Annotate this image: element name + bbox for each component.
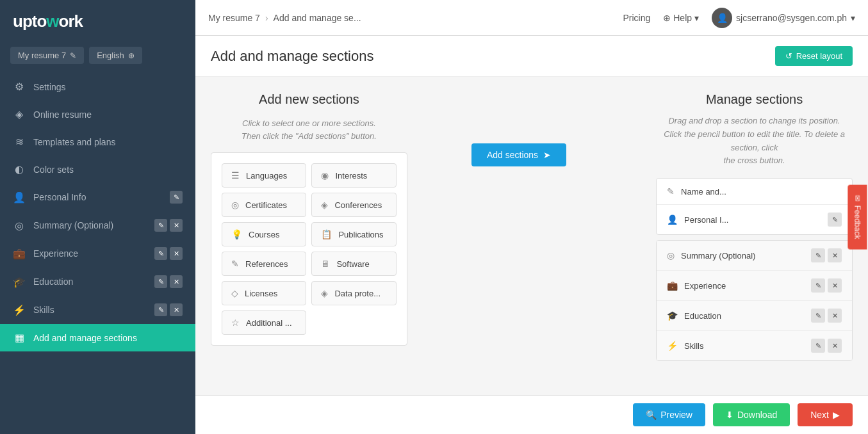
sidebar-item-color-sets[interactable]: ◐ Color sets (0, 156, 195, 183)
delete-section-button[interactable]: ✕ (170, 247, 183, 260)
add-sections-desc-line1: Click to select one or more sections. (242, 118, 376, 128)
sidebar-item-online-resume[interactable]: ◈ Online resume (0, 100, 195, 128)
user-avatar: 👤 (712, 8, 732, 28)
section-item-data-protection[interactable]: ◈ Data prote... (311, 281, 396, 305)
certificates-icon: ◎ (231, 200, 239, 210)
download-button[interactable]: ⬇ Download (713, 403, 790, 426)
delete-manage-button[interactable]: ✕ (828, 278, 842, 293)
sidebar-item-experience[interactable]: 💼 Experience ✎ ✕ (0, 239, 195, 268)
manage-item-label: Education (684, 311, 805, 321)
manage-item-experience: 💼 Experience ✎ ✕ (657, 271, 852, 301)
section-item-label: Certificates (245, 200, 287, 210)
bottom-bar: 🔍 Preview ⬇ Download Next ▶ (195, 395, 868, 434)
sidebar-item-label: Personal Info (33, 192, 162, 202)
name-personal-group: ✎ Name and... 👤 Personal I... ✎ (656, 178, 853, 235)
manage-item-summary: ◎ Summary (Optional) ✎ ✕ (657, 241, 852, 271)
online-resume-icon: ◈ (13, 108, 26, 120)
sidebar-item-summary[interactable]: ◎ Summary (Optional) ✎ ✕ (0, 211, 195, 239)
add-sections-button[interactable]: Add sections ➤ (471, 143, 566, 166)
conferences-icon: ◈ (321, 200, 328, 210)
manage-item-label: Personal I... (684, 215, 821, 225)
sidebar-item-label: Education (33, 277, 147, 287)
edit-manage-button[interactable]: ✎ (828, 213, 842, 227)
education-icon: 🎓 (13, 276, 26, 288)
languages-icon: ☰ (231, 170, 240, 181)
data-protection-icon: ◈ (321, 288, 328, 298)
edit-manage-button[interactable]: ✎ (811, 248, 825, 262)
preview-button[interactable]: 🔍 Preview (633, 403, 705, 426)
delete-manage-button[interactable]: ✕ (828, 309, 842, 323)
manage-item-actions: ✎ ✕ (811, 248, 842, 262)
delete-section-button[interactable]: ✕ (170, 219, 183, 232)
help-button[interactable]: ⊕ Help ▾ (663, 13, 699, 23)
nav-item-actions: ✎ ✕ (154, 247, 183, 260)
breadcrumb: My resume 7 › Add and manage se... (208, 13, 361, 23)
sections-grid-container: ☰ Languages ◉ Interests ◎ Certificates (211, 152, 407, 346)
section-item-conferences[interactable]: ◈ Conferences (311, 193, 396, 217)
delete-section-button[interactable]: ✕ (170, 275, 183, 288)
edit-manage-button[interactable]: ✎ (811, 278, 825, 293)
courses-icon: 💡 (231, 229, 242, 239)
section-item-certificates[interactable]: ◎ Certificates (222, 193, 306, 217)
section-item-label: Software (336, 259, 369, 269)
section-item-label: Conferences (334, 200, 382, 210)
reset-layout-label: Reset layout (796, 51, 842, 61)
section-item-software[interactable]: 🖥 Software (311, 252, 396, 276)
manage-sections-title: Manage sections (656, 92, 853, 107)
breadcrumb-resume[interactable]: My resume 7 (208, 13, 260, 23)
manage-item-actions: ✎ ✕ (811, 309, 842, 323)
section-item-label: Data prote... (334, 289, 381, 298)
delete-manage-button[interactable]: ✕ (828, 248, 842, 262)
edit-section-button[interactable]: ✎ (154, 303, 167, 316)
experience-manage-icon: 💼 (667, 280, 678, 291)
sidebar-item-templates[interactable]: ≋ Templates and plans (0, 128, 195, 156)
reset-layout-button[interactable]: ↺ Reset layout (775, 46, 853, 66)
edit-section-button[interactable]: ✎ (154, 275, 167, 288)
edit-section-button[interactable]: ✎ (154, 247, 167, 260)
help-label: Help (673, 13, 692, 23)
next-icon: ▶ (833, 410, 840, 420)
preview-icon: 🔍 (646, 410, 657, 420)
resume-selector-button[interactable]: My resume 7 ✎ (10, 47, 84, 64)
edit-icon: ✎ (70, 51, 76, 60)
sidebar-item-education[interactable]: 🎓 Education ✎ ✕ (0, 268, 195, 296)
manage-item-actions: ✎ ✕ (811, 278, 842, 293)
sidebar-item-personal-info[interactable]: 👤 Personal Info ✎ (0, 183, 195, 211)
language-selector-button[interactable]: English ⊕ (89, 47, 142, 64)
section-item-label: Interests (335, 171, 367, 181)
delete-manage-button[interactable]: ✕ (828, 339, 842, 353)
next-button[interactable]: Next ▶ (798, 403, 853, 426)
edit-section-button[interactable]: ✎ (170, 191, 183, 204)
name-icon: ✎ (667, 186, 675, 197)
section-item-courses[interactable]: 💡 Courses (222, 222, 306, 246)
sidebar-item-settings[interactable]: ⚙ Settings (0, 73, 195, 100)
edit-manage-button[interactable]: ✎ (811, 339, 825, 353)
nav-item-actions: ✎ ✕ (154, 275, 183, 288)
section-item-additional[interactable]: ☆ Additional ... (222, 310, 306, 335)
sections-grid: ☰ Languages ◉ Interests ◎ Certificates (222, 163, 397, 335)
settings-icon: ⚙ (13, 81, 26, 93)
skills-manage-icon: ⚡ (667, 341, 678, 351)
breadcrumb-current: Add and manage se... (274, 13, 361, 23)
edit-section-button[interactable]: ✎ (154, 219, 167, 232)
section-item-publications[interactable]: 📋 Publications (311, 222, 396, 246)
add-sections-desc-line2: Then click the "Add sections" button. (242, 131, 377, 141)
feedback-tab[interactable]: ✉ Feedback (848, 185, 867, 250)
education-manage-icon: 🎓 (667, 310, 678, 321)
pricing-link[interactable]: Pricing (623, 13, 650, 23)
edit-manage-button[interactable]: ✎ (811, 309, 825, 323)
user-menu[interactable]: 👤 sjcserrano@sysgen.com.ph ▾ (712, 8, 855, 28)
section-item-references[interactable]: ✎ References (222, 252, 306, 276)
section-item-languages[interactable]: ☰ Languages (222, 163, 306, 188)
section-item-licenses[interactable]: ◇ Licenses (222, 281, 306, 305)
page-content: Add and manage sections ↺ Reset layout A… (195, 36, 868, 395)
top-bar-right: Pricing ⊕ Help ▾ 👤 sjcserrano@sysgen.com… (623, 8, 855, 28)
next-label: Next (810, 410, 829, 420)
sidebar-item-add-manage[interactable]: ▦ Add and manage sections (0, 324, 195, 351)
nav-item-actions: ✎ (170, 191, 183, 204)
section-item-interests[interactable]: ◉ Interests (311, 163, 396, 188)
sidebar-item-skills[interactable]: ⚡ Skills ✎ ✕ (0, 296, 195, 324)
delete-section-button[interactable]: ✕ (170, 303, 183, 316)
add-sections-desc: Click to select one or more sections. Th… (211, 117, 407, 142)
personal-icon: 👤 (667, 214, 678, 225)
